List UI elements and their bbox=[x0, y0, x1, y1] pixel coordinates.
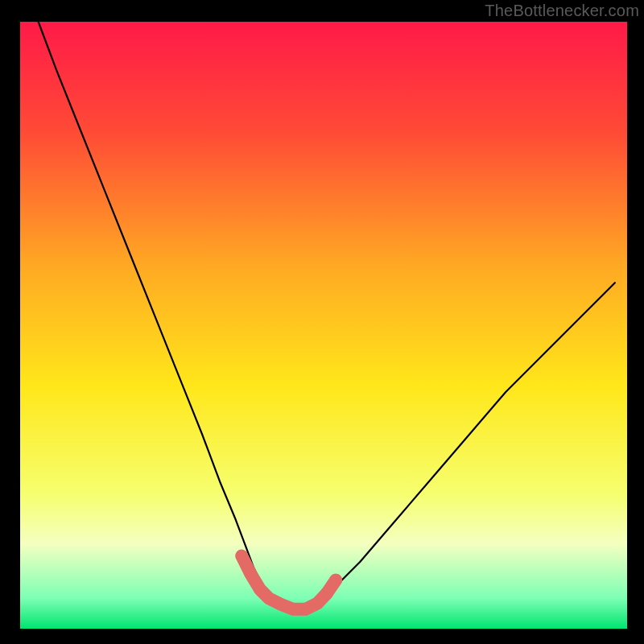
highlight-dot bbox=[320, 587, 333, 600]
chart-container: TheBottlenecker.com bbox=[0, 0, 644, 644]
chart-svg bbox=[0, 0, 644, 644]
highlight-dot bbox=[329, 574, 342, 587]
chart-background bbox=[20, 22, 627, 629]
attribution-label: TheBottlenecker.com bbox=[485, 2, 639, 20]
